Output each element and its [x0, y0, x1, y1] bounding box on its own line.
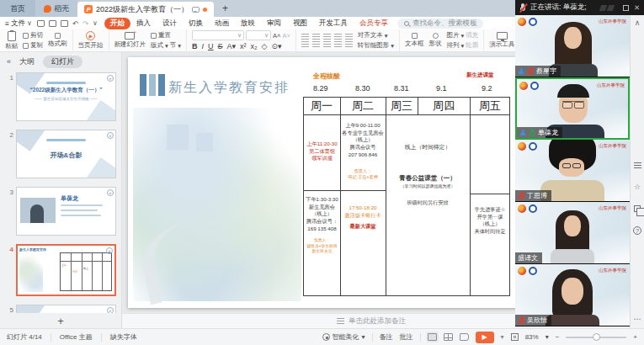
collapse-panel-button[interactable]: « [7, 57, 11, 66]
line-spacing-icon[interactable] [345, 34, 353, 40]
tab-outline[interactable]: 大纲 [19, 56, 35, 67]
menu-tab-view[interactable]: 视图 [287, 18, 313, 29]
save-icon[interactable] [37, 20, 45, 27]
undo-icon[interactable]: ↶ [72, 19, 78, 28]
play-slideshow-button[interactable]: ▶ [476, 332, 494, 343]
reset-button[interactable]: 重置 [151, 31, 181, 40]
slide-play-badge-icon[interactable]: ▸ [107, 132, 114, 139]
menu-tab-insert[interactable]: 插入 [130, 18, 157, 29]
fill-button[interactable]: 填充 [466, 31, 478, 40]
preview-icon[interactable] [61, 20, 68, 27]
slide-sorter-view-button[interactable] [444, 333, 453, 341]
slide-thumb-1[interactable]: 1 “2022级新生入学教育（一）” —— 新生应知应做大学生活指南 —— ▸ [3, 72, 116, 121]
distribute-icon[interactable] [345, 41, 353, 47]
more-chevron-icon[interactable]: ∨ [93, 19, 98, 27]
redo-icon[interactable]: ↷ [82, 19, 88, 28]
restore-window-icon[interactable] [623, 5, 629, 11]
menu-tab-animation[interactable]: 动画 [209, 18, 235, 29]
justify-icon[interactable] [334, 41, 342, 47]
participant-video-4[interactable]: 山东外事学院 盛译文 [515, 202, 630, 264]
align-right-icon[interactable] [323, 41, 331, 47]
fit-window-icon[interactable] [511, 333, 519, 341]
italic-button[interactable]: I [202, 42, 205, 50]
bold-button[interactable]: B [192, 42, 198, 50]
copy-button[interactable]: 复制 [23, 41, 43, 50]
shape-button[interactable]: 形状 [429, 33, 442, 48]
new-slide-button[interactable]: 新建幻灯片 [114, 32, 146, 49]
align-left-icon[interactable] [301, 41, 309, 47]
zoom-slider-knob[interactable] [593, 333, 600, 341]
tab-home[interactable]: 首页 [0, 0, 35, 17]
missing-font-warning[interactable]: 缺失字体 [110, 332, 137, 342]
to-smartart-button[interactable]: 转智能图形 [358, 41, 390, 50]
close-icon[interactable]: ✕ [634, 3, 640, 12]
slide-thumb-2[interactable]: 2 开场&合影 ▸ [3, 130, 116, 178]
strike-button[interactable]: S [218, 42, 223, 50]
mic-muted-icon[interactable] [519, 3, 526, 13]
beautify-button[interactable]: 智能美化 ▾ [322, 332, 365, 342]
menu-tab-slideshow[interactable]: 放映 [235, 18, 261, 29]
slide-thumb-4-selected[interactable]: 4 新生入学教育安排 上午 9:00 线上 ▸ [3, 244, 116, 296]
slide-play-badge-icon[interactable]: ▸ [107, 189, 114, 196]
slide-thumb-3[interactable]: 3 单葆龙 ▸ [3, 187, 116, 236]
theme-name[interactable]: Office 主题 [60, 332, 93, 342]
comment-bubble-icon[interactable] [192, 7, 200, 13]
menu-tab-home[interactable]: 开始 [104, 18, 130, 29]
play-from-current-button[interactable]: ▶ 当页开始 [78, 31, 104, 50]
tab-document[interactable]: P 2022级新生入学教育（一） [77, 2, 214, 17]
font-name-select[interactable]: ∨ [192, 30, 244, 40]
menu-tab-devtools[interactable]: 开发工具 [313, 18, 354, 29]
participant-video-2-speaking[interactable]: 山东外事学院 单葆龙 [515, 77, 630, 140]
slide-play-badge-icon[interactable]: ▸ [107, 75, 114, 82]
tab-docer[interactable]: 稻壳 [35, 0, 77, 17]
cut-button[interactable]: 剪切 [23, 31, 43, 40]
arrange-button[interactable]: 排列 [447, 41, 460, 50]
clear-format-button[interactable]: ◇ [262, 42, 268, 50]
font-color-button[interactable]: A▾ [227, 42, 237, 50]
decrease-font-icon[interactable]: A˅ [282, 32, 290, 40]
tab-slides[interactable]: 幻灯片 [43, 56, 82, 68]
reading-view-button[interactable] [460, 333, 469, 341]
add-slide-button[interactable]: + [57, 315, 64, 327]
superscript-button[interactable]: x² [240, 42, 247, 50]
command-search-input[interactable]: 查找命令、搜索模板 [397, 19, 484, 29]
comments-button[interactable]: 批注 [400, 332, 413, 342]
present-tools-button[interactable]: 演示工具 [489, 32, 514, 49]
slide-thumb-5[interactable]: 5 ▸ [3, 305, 116, 313]
zoom-out-button[interactable]: − [556, 333, 560, 341]
align-text-button[interactable]: 对齐文本 [358, 31, 383, 40]
print-icon[interactable] [49, 20, 56, 27]
menu-tab-transition[interactable]: 切换 [183, 18, 209, 29]
new-tab-button[interactable]: + [214, 0, 237, 17]
notes-button[interactable]: 备注 [380, 332, 393, 342]
textbox-button[interactable]: 文本框 [405, 33, 424, 48]
section-button[interactable]: 节 [170, 41, 177, 50]
outline-button[interactable]: 轮廓 [466, 41, 478, 50]
zoom-slider[interactable] [566, 337, 626, 338]
paste-button[interactable]: 粘贴 [5, 31, 18, 50]
participant-video-3[interactable]: 山东外事学院 丁思博 [515, 140, 630, 202]
picture-button[interactable]: 图片 [447, 31, 460, 40]
zoom-in-button[interactable]: + [633, 333, 637, 341]
menu-tab-design[interactable]: 设计 [157, 18, 183, 29]
increase-font-icon[interactable]: A˄ [273, 32, 280, 40]
zoom-level[interactable]: 83% [525, 333, 539, 341]
highlight-button[interactable]: ⊙▾ [272, 42, 282, 50]
normal-view-button[interactable] [428, 333, 437, 341]
participant-video-1[interactable]: 山东外事学院 蔡星宇 [515, 15, 630, 77]
underline-button[interactable]: U [208, 42, 214, 50]
file-menu[interactable]: ≡ 文件 ∨ [5, 19, 32, 29]
menu-tab-vip[interactable]: 会员专享 [354, 18, 394, 29]
layout-button[interactable]: 版式 [151, 41, 163, 50]
participant-video-5[interactable]: 山东外事学院 吴欣怡 [515, 264, 630, 326]
slide-play-badge-icon[interactable]: ▸ [106, 247, 113, 254]
format-painter-button[interactable]: 格式刷 [48, 33, 67, 48]
slide-play-badge-icon[interactable]: ▸ [107, 307, 114, 313]
font-size-select[interactable]: ∨ [246, 30, 271, 40]
numbered-list-icon[interactable] [312, 34, 320, 40]
menu-tab-review[interactable]: 审阅 [261, 18, 287, 29]
indent-decrease-icon[interactable] [323, 34, 331, 40]
subscript-button[interactable]: x₂ [251, 42, 258, 50]
current-slide[interactable]: 新生入学教育安排 全程核酸 新生进课堂 8.29 8.30 8.31 9.1 9… [128, 57, 524, 308]
caret[interactable]: ▾ [501, 333, 504, 341]
